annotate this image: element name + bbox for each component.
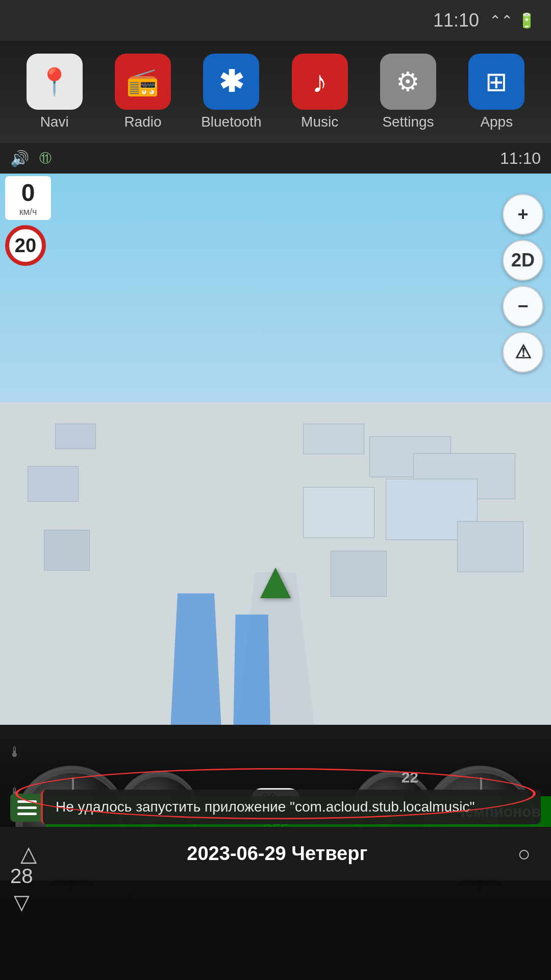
error-toast: Не удалось запустить приложение "com.acl… [41, 790, 541, 824]
temp-right-label: 22 [402, 769, 418, 786]
nav-back-button[interactable]: △ [20, 841, 37, 866]
radio-icon: 📻 [115, 54, 171, 110]
building-4 [55, 424, 96, 449]
app-bluetooth[interactable]: ✱ Bluetooth [190, 54, 272, 130]
nav-bottom-bar: △ 2023-06-29 Четверг ○ [0, 827, 551, 880]
app-radio-label: Radio [124, 114, 161, 130]
app-settings-label: Settings [382, 114, 434, 130]
menu-line-3 [17, 813, 37, 815]
status-time: 11:10 [433, 10, 479, 31]
menu-line-1 [17, 800, 37, 803]
building-8 [44, 530, 90, 571]
building-5 [28, 466, 79, 502]
navi-icon: 📍 [27, 54, 83, 110]
nav-home-button[interactable]: ○ [518, 842, 531, 866]
app-settings[interactable]: ⚙ Settings [367, 54, 449, 130]
status-time-2: 11:10 [500, 149, 541, 168]
status-bar: 🔊 ⑪ 11:10 [0, 143, 551, 174]
number-top: 28 [10, 865, 33, 888]
building-10 [457, 521, 523, 572]
arrow-down-icon: ▽ [14, 890, 30, 914]
speed-value: 0 [21, 179, 35, 206]
speed-unit: км/ч [13, 207, 43, 217]
chevron-up-icon: ⌃⌃ [489, 12, 513, 29]
battery-icon: 🔋 [518, 12, 536, 29]
app-music[interactable]: ♪ Music [279, 54, 361, 130]
app-launcher: 📍 Navi 📻 Radio ✱ Bluetooth ♪ Music ⚙ Set… [0, 41, 551, 143]
menu-button[interactable] [10, 794, 43, 822]
bluetooth-icon: ✱ [203, 54, 259, 110]
app-radio[interactable]: 📻 Radio [102, 54, 184, 130]
alert-button[interactable]: ⚠ [503, 332, 543, 373]
speed-panel: 0 км/ч 20 [5, 176, 51, 266]
app-bluetooth-label: Bluetooth [201, 114, 261, 130]
app-apps[interactable]: ⊞ Apps [456, 54, 537, 130]
volume-icon: 🔊 [10, 150, 29, 167]
car-position-triangle [260, 568, 291, 598]
settings-icon: ⚙ [380, 54, 436, 110]
nav-date: 2023-06-29 Четверг [187, 843, 367, 865]
media-status-icon: ⑪ [39, 150, 52, 166]
app-apps-label: Apps [480, 114, 513, 130]
building-6 [303, 487, 374, 538]
top-bar: 11:10 ⌃⌃ 🔋 [0, 0, 551, 41]
view-toggle-button[interactable]: 2D [503, 240, 543, 281]
menu-line-2 [17, 806, 37, 809]
app-music-label: Music [301, 114, 338, 130]
apps-icon: ⊞ [468, 54, 524, 110]
error-message: Не удалось запустить приложение "com.acl… [56, 799, 474, 815]
speed-current: 0 км/ч [5, 176, 51, 220]
music-icon: ♪ [292, 54, 348, 110]
app-navi[interactable]: 📍 Navi [14, 54, 95, 130]
speed-limit-value: 20 [15, 235, 36, 257]
zoom-out-button[interactable]: − [503, 286, 543, 327]
building-9 [331, 551, 387, 597]
app-navi-label: Navi [40, 114, 69, 130]
speed-limit-sign: 20 [5, 225, 46, 266]
map-sky [0, 174, 551, 402]
map-controls: + 2D − ⚠ [503, 194, 543, 373]
heat-seat-left-icon: 🌡 [8, 744, 22, 761]
number-panel: 28 ▽ [10, 865, 33, 914]
zoom-in-button[interactable]: + [503, 194, 543, 235]
building-1 [303, 424, 364, 454]
